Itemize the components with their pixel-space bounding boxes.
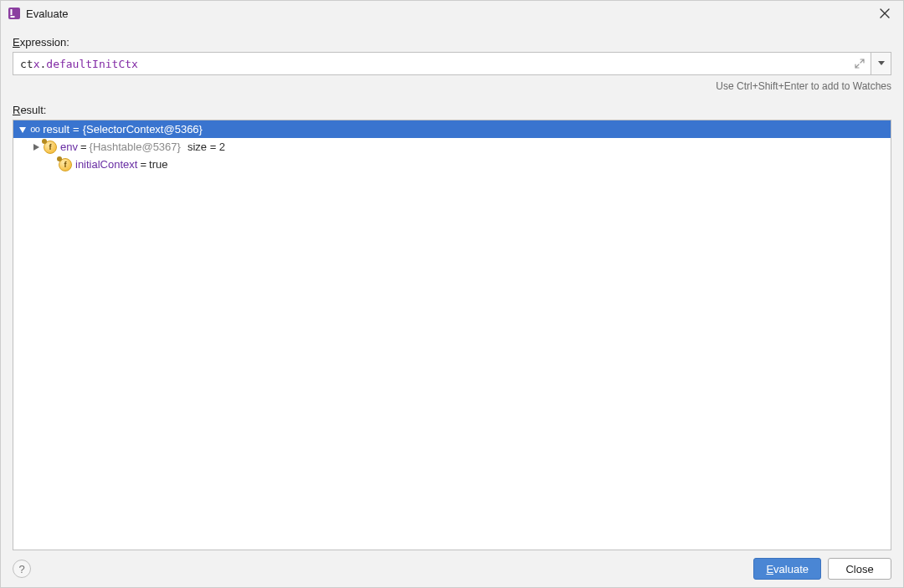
result-root-value: {SelectorContext@5366}: [83, 123, 203, 135]
close-icon: [880, 8, 890, 18]
window-title: Evaluate: [26, 8, 873, 20]
help-button[interactable]: ?: [13, 560, 31, 578]
expression-row: ctx.defaultInitCtx: [13, 52, 891, 75]
expand-icon[interactable]: [30, 141, 42, 153]
result-child-row[interactable]: f env = {Hashtable@5367} size = 2: [13, 138, 891, 156]
field-value: true: [149, 158, 167, 171]
dialog-content: Expression: ctx.defaultInitCtx Use Ctrl+…: [1, 26, 903, 550]
result-root-row[interactable]: oo result = {SelectorContext@5366}: [13, 120, 891, 138]
svg-rect-1: [11, 9, 13, 15]
field-name: initialContext: [75, 158, 137, 171]
result-label: Result:: [13, 104, 891, 116]
field-name: env: [60, 141, 78, 153]
evaluate-button[interactable]: Evaluate: [753, 558, 821, 580]
object-icon: oo: [30, 124, 39, 135]
expression-label: Expression:: [13, 36, 891, 49]
evaluate-dialog: Evaluate Expression: ctx.defaultInitCtx …: [0, 0, 904, 588]
add-to-watches-hint: Use Ctrl+Shift+Enter to add to Watches: [13, 80, 891, 92]
result-root-name: result: [43, 123, 69, 135]
dialog-footer: ? Evaluate Close: [1, 550, 903, 587]
result-tree[interactable]: oo result = {SelectorContext@5366} f env…: [13, 120, 891, 550]
field-icon: f: [59, 158, 72, 171]
field-icon: f: [44, 141, 57, 154]
expression-input[interactable]: ctx.defaultInitCtx: [13, 52, 871, 75]
field-type: {Hashtable@5367}: [90, 141, 181, 153]
chevron-down-icon: [878, 61, 885, 66]
result-child-row[interactable]: f initialContext = true: [13, 156, 891, 173]
app-icon: [8, 7, 21, 20]
field-suffix: size = 2: [187, 141, 225, 153]
title-bar: Evaluate: [1, 1, 903, 26]
svg-rect-2: [11, 16, 15, 18]
close-button[interactable]: Close: [828, 558, 891, 580]
tree-spacer: [45, 159, 57, 171]
expand-icon[interactable]: [854, 58, 865, 69]
expression-history-dropdown[interactable]: [871, 52, 891, 75]
collapse-icon[interactable]: [17, 124, 28, 135]
window-close-button[interactable]: [873, 2, 896, 25]
